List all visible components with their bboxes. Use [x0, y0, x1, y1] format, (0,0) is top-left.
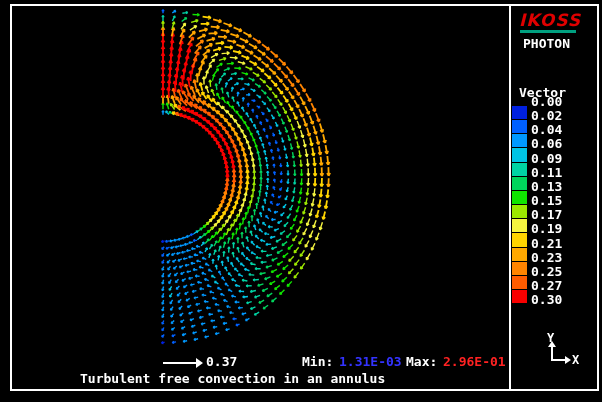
legend-value: 0.09	[531, 152, 562, 166]
legend-swatch	[512, 262, 527, 275]
logo-underline	[520, 30, 576, 33]
legend-value: 0.11	[531, 166, 562, 180]
axis-indicator: Y X	[541, 331, 591, 381]
max-value: 2.96E-01	[443, 354, 506, 369]
brand-logo: IKOSS	[519, 10, 589, 30]
legend-swatch	[512, 177, 527, 190]
legend-swatch	[512, 219, 527, 232]
legend-swatch	[512, 106, 527, 119]
legend-value: 0.17	[531, 208, 562, 222]
panel-divider	[509, 4, 511, 391]
legend-value: 0.04	[531, 123, 562, 137]
legend-swatch	[512, 134, 527, 147]
axis-arrow-right-icon	[565, 356, 571, 364]
legend-value: 0.15	[531, 194, 562, 208]
legend-swatch	[512, 248, 527, 261]
legend-swatch	[512, 148, 527, 161]
app-name: PHOTON	[523, 36, 570, 51]
legend-value: 0.00	[531, 95, 562, 109]
legend-swatch	[512, 290, 527, 303]
x-axis-label: X	[572, 353, 579, 367]
plot-caption: Turbulent free convection in an annulus	[80, 371, 385, 386]
legend-swatch	[512, 205, 527, 218]
legend-swatch	[512, 233, 527, 246]
legend-value: 0.25	[531, 265, 562, 279]
legend-value: 0.30	[531, 293, 562, 307]
axis-x-line	[551, 359, 566, 361]
legend-value: 0.21	[531, 237, 562, 251]
legend-swatch	[512, 191, 527, 204]
legend-value: 0.23	[531, 251, 562, 265]
min-label: Min:	[302, 354, 333, 369]
legend-swatch	[512, 120, 527, 133]
legend-value: 0.13	[531, 180, 562, 194]
legend-value: 0.02	[531, 109, 562, 123]
scale-arrow-line	[163, 362, 197, 364]
legend-value: 0.19	[531, 222, 562, 236]
legend-value: 0.06	[531, 137, 562, 151]
scale-value: 0.37	[206, 354, 237, 369]
scale-arrowhead-icon	[196, 358, 203, 368]
legend-value: 0.27	[531, 279, 562, 293]
legend-swatch	[512, 163, 527, 176]
photon-window: IKOSS PHOTON Vector 0.000.020.040.060.09…	[0, 0, 602, 402]
legend-swatch	[512, 276, 527, 289]
max-label: Max:	[406, 354, 437, 369]
min-value: 1.31E-03	[339, 354, 402, 369]
